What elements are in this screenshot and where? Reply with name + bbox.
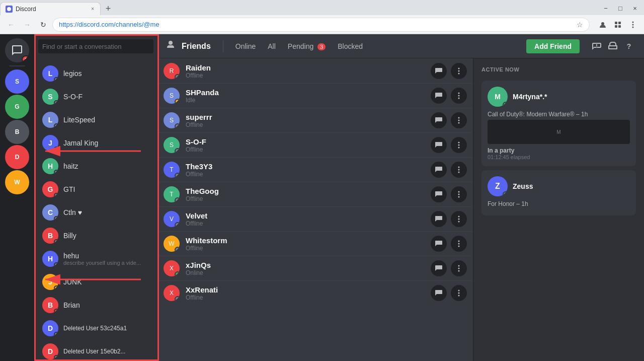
chrome-tab-discord[interactable]: Discord × — [0, 2, 101, 15]
friend-actions-the3y3 — [431, 162, 467, 178]
svg-point-9 — [458, 68, 460, 69]
friend-status-text-xxrenati: Offline — [186, 294, 431, 301]
more-thegoog-button[interactable] — [451, 186, 467, 202]
dm-item-gti[interactable]: G GTI — [38, 178, 153, 200]
more-sof-button[interactable] — [451, 137, 467, 153]
more-velvet-button[interactable] — [451, 211, 467, 227]
more-xjinqs-button[interactable] — [451, 260, 467, 276]
dm-item-legios[interactable]: L legios — [38, 62, 153, 85]
dm-search-container — [34, 34, 157, 58]
svg-point-31 — [458, 243, 460, 245]
friend-row-shpanda[interactable]: S SHPanda Idle — [157, 83, 473, 108]
dm-info-gti: GTI — [63, 185, 149, 193]
chrome-right-icons — [596, 18, 640, 32]
new-tab-button[interactable]: + — [101, 2, 116, 15]
dm-item-billy[interactable]: B Billy — [38, 225, 153, 247]
dm-list: L legios S S-O-F — [34, 58, 157, 361]
minimize-button[interactable]: − — [599, 1, 613, 15]
server-icon-1[interactable]: S — [5, 69, 29, 94]
forward-button[interactable]: → — [20, 18, 34, 32]
server-icon-2[interactable]: G — [5, 95, 29, 119]
maximize-button[interactable]: □ — [613, 1, 627, 15]
tab-blocked[interactable]: Blocked — [334, 41, 367, 51]
more-xxrenati-button[interactable] — [451, 285, 467, 301]
bookmark-icon[interactable]: ☆ — [577, 21, 583, 29]
message-sof-button[interactable] — [431, 137, 447, 153]
friend-row-whitestorm[interactable]: W Whitestorm Offline — [157, 231, 473, 256]
message-shpanda-button[interactable] — [431, 88, 447, 104]
friend-row-xxrenati[interactable]: X XxRenati Offline — [157, 280, 473, 305]
message-thegoog-button[interactable] — [431, 186, 447, 202]
new-dm-button[interactable] — [590, 39, 604, 53]
dm-item-sof[interactable]: S S-O-F — [38, 86, 153, 108]
server-icon-3[interactable]: B — [5, 120, 29, 144]
dm-avatar-ctln: C — [42, 204, 58, 221]
chrome-extensions-button[interactable] — [611, 18, 625, 32]
dm-name-legios: legios — [63, 69, 149, 78]
dm-item-brian[interactable]: B Brian — [38, 294, 153, 316]
message-velvet-button[interactable] — [431, 211, 447, 227]
message-xxrenati-button[interactable] — [431, 285, 447, 301]
dm-avatar-deleted1: D — [42, 320, 58, 336]
friend-status-velvet — [175, 222, 180, 227]
server-icon-5[interactable]: W — [5, 170, 29, 194]
back-button[interactable]: ← — [4, 18, 18, 32]
dm-avatar-gti: G — [42, 181, 58, 197]
dm-search-input[interactable] — [38, 39, 153, 53]
more-raiden-button[interactable] — [451, 63, 467, 79]
friend-name-velvet: Velvet — [186, 211, 431, 220]
dm-name-jamal: Jamal King — [63, 139, 149, 147]
more-the3y3-button[interactable] — [451, 162, 467, 178]
more-superrr-button[interactable] — [451, 112, 467, 128]
dm-item-hehu[interactable]: H hehu describe yourself using a vide... — [38, 248, 153, 270]
tab-pending[interactable]: Pending 3 — [284, 41, 330, 51]
server-icon-4[interactable]: D — [5, 145, 29, 169]
dm-sub-hehu: describe yourself using a vide... — [63, 260, 149, 266]
dm-item-deleted1[interactable]: D Deleted User 53c245a1 — [38, 317, 153, 339]
friend-row-the3y3[interactable]: T The3Y3 Offline — [157, 157, 473, 182]
refresh-button[interactable]: ↻ — [36, 18, 50, 32]
dm-item-haitz[interactable]: H haitz — [38, 155, 153, 177]
chrome-menu-button[interactable] — [626, 18, 640, 32]
dm-item-jamal[interactable]: J Jamal King — [38, 132, 153, 154]
friend-row-velvet[interactable]: V Velvet Offline — [157, 206, 473, 231]
friend-row-superrr[interactable]: S superrr Offline — [157, 108, 473, 132]
dm-item-deleted2[interactable]: D Deleted User 15e0b2... — [38, 340, 153, 361]
window-close-button[interactable]: × — [628, 1, 642, 15]
help-button[interactable]: ? — [622, 39, 636, 53]
chrome-profile-button[interactable] — [596, 18, 610, 32]
address-bar[interactable]: https://discord.com/channels/@me ☆ — [52, 18, 590, 32]
message-superrr-button[interactable] — [431, 112, 447, 128]
svg-point-8 — [632, 26, 634, 28]
friend-row-raiden[interactable]: R Raiden Offline — [157, 58, 473, 83]
inbox-button[interactable] — [606, 39, 620, 53]
tab-online[interactable]: Online — [231, 41, 260, 51]
friends-list: R Raiden Offline — [157, 58, 473, 361]
dm-item-ctln[interactable]: C Ctln ♥ — [38, 201, 153, 224]
friend-status-the3y3 — [175, 173, 180, 178]
friend-info-the3y3: The3Y3 Offline — [186, 162, 431, 178]
more-whitestorm-button[interactable] — [451, 236, 467, 252]
tab-close-button[interactable]: × — [90, 5, 95, 13]
dm-item-junk[interactable]: J JUNK — [38, 271, 153, 293]
dm-avatar-sof: S — [42, 89, 58, 105]
add-friend-button[interactable]: Add Friend — [526, 39, 580, 53]
message-raiden-button[interactable] — [431, 63, 447, 79]
tab-all[interactable]: All — [264, 41, 280, 51]
message-whitestorm-button[interactable] — [431, 236, 447, 252]
message-the3y3-button[interactable] — [431, 162, 447, 178]
svg-point-23 — [458, 172, 460, 173]
friend-row-thegoog[interactable]: T TheGoog Offline — [157, 182, 473, 206]
friend-row-xjinqs[interactable]: X xJinQs Online — [157, 256, 473, 280]
friend-row-sof[interactable]: S S-O-F Offline — [157, 132, 473, 157]
server-list: 3 S G B D W — [0, 34, 34, 361]
more-shpanda-button[interactable] — [451, 88, 467, 104]
dm-server-icon[interactable]: 3 — [5, 38, 29, 62]
message-xjinqs-button[interactable] — [431, 260, 447, 276]
friend-avatar-the3y3: T — [164, 162, 180, 178]
svg-rect-3 — [618, 22, 621, 24]
friends-title: Friends — [182, 42, 211, 51]
dm-avatar-legios: L — [42, 65, 58, 82]
dm-item-litespeed[interactable]: L LiteSpeed — [38, 109, 153, 131]
friend-status-xxrenati — [175, 296, 180, 301]
